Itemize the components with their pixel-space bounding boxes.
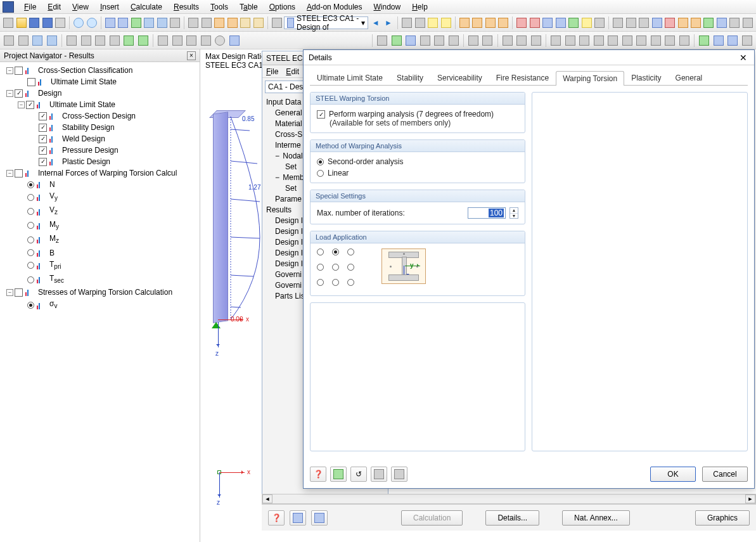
t2-b4[interactable] — [108, 34, 121, 48]
tab-fire-resistance[interactable]: Fire Resistance — [489, 70, 556, 85]
iterations-spinner[interactable]: ▲▼ — [509, 207, 518, 219]
tb-print[interactable] — [54, 16, 66, 30]
tree-radio[interactable] — [27, 194, 34, 201]
t2-g4[interactable] — [593, 34, 606, 48]
tb-h10[interactable] — [729, 16, 740, 30]
tb-undo[interactable] — [73, 16, 84, 30]
tree-radio[interactable] — [27, 276, 34, 283]
scroll-right[interactable]: ► — [745, 494, 755, 503]
tree-radio[interactable] — [27, 249, 34, 256]
tb-h2[interactable] — [625, 16, 637, 30]
load-position-7[interactable] — [332, 279, 339, 286]
tree-node[interactable]: Vy — [1, 190, 198, 204]
menu-edit[interactable]: Edit — [42, 1, 66, 13]
load-position-3[interactable] — [317, 264, 324, 271]
t2-g6[interactable] — [621, 34, 634, 48]
tb-c1[interactable] — [188, 16, 199, 30]
load-position-1[interactable] — [332, 248, 339, 255]
tree-checkbox[interactable] — [15, 288, 23, 297]
tree-radio[interactable] — [27, 181, 34, 188]
tree-radio[interactable] — [27, 208, 34, 215]
t2-h4[interactable] — [740, 34, 753, 48]
menu-table[interactable]: Table — [234, 1, 263, 13]
menu-file[interactable]: File — [19, 1, 41, 13]
t2-d1[interactable] — [376, 34, 389, 48]
tree-checkbox[interactable] — [39, 112, 47, 120]
graphics-button[interactable]: Graphics — [695, 510, 750, 526]
spin-down[interactable]: ▼ — [510, 214, 518, 219]
tree-node[interactable]: Tpri — [1, 259, 198, 273]
tree-node[interactable]: Mz — [1, 233, 198, 247]
t2-h1[interactable] — [698, 34, 711, 48]
tree-node[interactable]: Weld Design — [1, 133, 198, 145]
t2-g10[interactable] — [678, 34, 691, 48]
tb-saveall[interactable] — [41, 16, 53, 30]
load-position-4[interactable] — [332, 264, 339, 271]
menu-insert[interactable]: Insert — [95, 1, 124, 13]
tb-h5[interactable] — [664, 16, 676, 30]
tb-e4[interactable] — [440, 16, 451, 30]
export-button[interactable] — [290, 510, 306, 526]
tree-node[interactable]: −Cross-Section Classification — [1, 65, 198, 76]
tab-plasticity[interactable]: Plasticity — [624, 70, 668, 85]
details-button[interactable]: Details... — [485, 510, 539, 526]
horizontal-scrollbar[interactable]: ◄ ► — [262, 494, 756, 504]
tree-node[interactable]: −Ultimate Limit State — [1, 99, 198, 110]
tree-node[interactable]: Vz — [1, 204, 198, 218]
tb-b4[interactable] — [143, 16, 155, 30]
tree-radio[interactable] — [27, 262, 34, 269]
tab-serviceability[interactable]: Serviceability — [430, 70, 489, 85]
tb-h7[interactable] — [690, 16, 702, 30]
tb-g4[interactable] — [555, 16, 567, 30]
dlg-save-default-button[interactable] — [391, 467, 407, 482]
t2-f3[interactable] — [530, 34, 543, 48]
tb-g5[interactable] — [568, 16, 579, 30]
tree-checkbox[interactable] — [15, 67, 23, 75]
tb-redo[interactable] — [86, 16, 97, 30]
t2-b2[interactable] — [79, 34, 93, 48]
tb-d1[interactable] — [271, 16, 283, 30]
tb-c3[interactable] — [214, 16, 225, 30]
module-menu-edit[interactable]: Edit — [286, 67, 299, 76]
tb-f1[interactable] — [459, 16, 470, 30]
tree-toggle[interactable]: − — [275, 152, 279, 160]
t2-g2[interactable] — [564, 34, 577, 48]
scroll-track[interactable] — [272, 494, 745, 503]
warping-checkbox[interactable] — [317, 110, 325, 119]
scroll-left[interactable]: ◄ — [262, 494, 272, 503]
dlg-default-button[interactable] — [371, 467, 387, 482]
nat-annex-button[interactable]: Nat. Annex... — [562, 510, 630, 526]
tree-node[interactable]: B — [1, 247, 198, 259]
tb-open[interactable] — [15, 16, 27, 30]
tree-node[interactable]: Ultimate Limit State — [1, 76, 198, 87]
tb-e3[interactable] — [427, 16, 439, 30]
t2-b5[interactable] — [122, 34, 136, 48]
tb-b1[interactable] — [105, 16, 116, 30]
t2-d3[interactable] — [404, 34, 418, 48]
tb-new[interactable] — [3, 16, 14, 30]
t2-a1[interactable] — [3, 34, 16, 48]
tb-c4[interactable] — [226, 16, 238, 30]
tb-e2[interactable] — [414, 16, 426, 30]
tree-node[interactable]: My — [1, 219, 198, 233]
tree-checkbox[interactable] — [26, 101, 34, 109]
calculation-button[interactable]: Calculation — [401, 510, 463, 526]
t2-g5[interactable] — [606, 34, 620, 48]
load-position-6[interactable] — [317, 279, 324, 286]
menu-options[interactable]: Options — [264, 1, 300, 13]
t2-b6[interactable] — [136, 34, 150, 48]
tree-toggle[interactable]: − — [18, 101, 25, 108]
tree-radio[interactable] — [27, 236, 34, 243]
tb-f2[interactable] — [471, 16, 483, 30]
tb-b5[interactable] — [156, 16, 167, 30]
spin-up[interactable]: ▲ — [510, 208, 518, 214]
import-button[interactable] — [311, 510, 328, 526]
tb-b6[interactable] — [169, 16, 181, 30]
tab-general[interactable]: General — [669, 70, 710, 85]
tb-h3[interactable] — [638, 16, 650, 30]
help-button[interactable]: ❓ — [268, 510, 285, 526]
t2-f1[interactable] — [501, 34, 515, 48]
dlg-reset-button[interactable]: ↺ — [350, 467, 367, 482]
t2-g1[interactable] — [549, 34, 563, 48]
menu-calculate[interactable]: Calculate — [125, 1, 167, 13]
